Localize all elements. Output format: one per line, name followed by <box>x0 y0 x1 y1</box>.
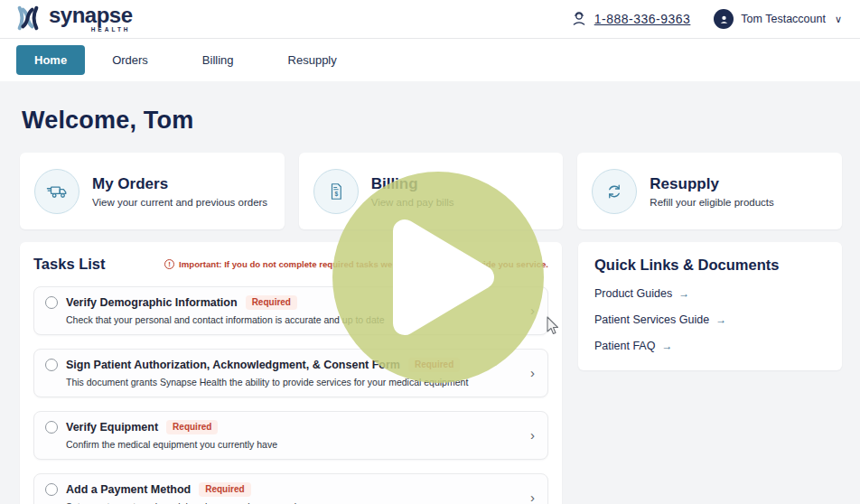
alert-icon: ! <box>164 259 174 269</box>
task-title: Add a Payment Method <box>66 483 191 496</box>
card-subtitle: Refill your eligible products <box>650 197 773 208</box>
quick-links-card: Quick Links & Documents Product Guides →… <box>578 242 842 370</box>
person-icon <box>718 14 730 25</box>
account-menu[interactable]: Tom Testaccount ∨ <box>714 9 842 29</box>
invoice-icon: $ <box>313 169 359 214</box>
support-phone-group: 1-888-336-9363 <box>571 11 691 27</box>
synapse-logo-icon <box>13 5 43 32</box>
chevron-down-icon: ∨ <box>835 14 842 25</box>
chevron-right-icon: › <box>523 366 535 379</box>
required-badge: Required <box>246 295 297 310</box>
required-badge: Required <box>166 420 218 434</box>
video-play-button[interactable] <box>332 172 544 383</box>
brand-name: synapse <box>49 5 133 26</box>
task-checkbox[interactable] <box>45 421 58 434</box>
nav-tab-home[interactable]: Home <box>16 45 85 75</box>
headset-icon <box>571 11 587 27</box>
task-row-add-payment[interactable]: Add a Payment Method Required Set-up aut… <box>33 473 548 504</box>
svg-text:$: $ <box>334 191 338 198</box>
link-patient-faq[interactable]: Patient FAQ → <box>594 340 826 352</box>
task-content: Verify Equipment Required Confirm the me… <box>45 420 523 450</box>
task-title: Sign Patient Authorization, Acknowledgme… <box>66 359 400 371</box>
brand-subtitle: HEALTH <box>91 27 131 33</box>
page-title: Welcome, Tom <box>22 107 842 135</box>
task-title: Verify Equipment <box>66 421 158 434</box>
avatar <box>714 9 734 29</box>
nav-tab-orders[interactable]: Orders <box>85 45 175 75</box>
top-header: synapse HEALTH 1-888-336-9363 <box>0 0 860 39</box>
my-orders-card[interactable]: My Orders View your current and previous… <box>20 153 285 229</box>
main-nav: Home Orders Billing Resupply <box>0 39 860 81</box>
brand-wordmark: synapse HEALTH <box>49 5 133 33</box>
task-title: Verify Demographic Information <box>66 296 238 309</box>
arrow-right-icon: → <box>715 313 726 326</box>
resupply-card[interactable]: Resupply Refill your eligible products <box>577 153 842 229</box>
card-text: My Orders View your current and previous… <box>92 175 267 208</box>
card-title: My Orders <box>92 175 267 193</box>
chevron-right-icon: › <box>523 428 535 442</box>
required-badge: Required <box>199 482 250 497</box>
arrow-right-icon: → <box>661 340 672 352</box>
refresh-icon <box>592 169 637 214</box>
chevron-right-icon: › <box>523 490 535 504</box>
page: synapse HEALTH 1-888-336-9363 <box>0 0 860 504</box>
header-actions: 1-888-336-9363 Tom Testaccount ∨ <box>571 9 842 29</box>
task-checkbox[interactable] <box>45 483 58 496</box>
link-product-guides[interactable]: Product Guides → <box>594 287 826 300</box>
tasks-title: Tasks List <box>33 256 105 273</box>
task-checkbox[interactable] <box>45 296 58 309</box>
link-patient-services-guide[interactable]: Patient Services Guide → <box>594 313 826 326</box>
play-icon <box>392 219 500 336</box>
arrow-right-icon: → <box>678 287 689 300</box>
task-content: Add a Payment Method Required Set-up aut… <box>45 482 523 504</box>
card-title: Resupply <box>650 175 773 193</box>
card-subtitle: View your current and previous orders <box>92 197 267 208</box>
support-phone-link[interactable]: 1-888-336-9363 <box>594 12 691 26</box>
account-name: Tom Testaccount <box>741 13 826 25</box>
nav-tab-billing[interactable]: Billing <box>175 45 261 75</box>
task-row-verify-equipment[interactable]: Verify Equipment Required Confirm the me… <box>33 411 548 460</box>
nav-tab-resupply[interactable]: Resupply <box>261 45 364 75</box>
task-checkbox[interactable] <box>45 359 58 371</box>
brand-logo[interactable]: synapse HEALTH <box>13 5 133 33</box>
card-text: Resupply Refill your eligible products <box>650 175 773 208</box>
quick-links-title: Quick Links & Documents <box>594 257 826 274</box>
task-description: Confirm the medical equipment you curren… <box>66 439 523 450</box>
truck-icon <box>34 169 79 214</box>
